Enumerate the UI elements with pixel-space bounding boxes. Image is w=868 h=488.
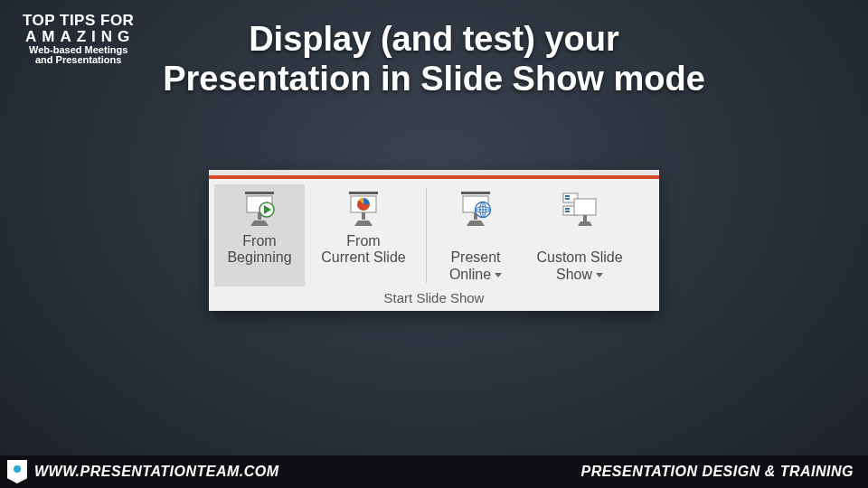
footer-url: WWW.PRESENTATIONTEAM.COM	[34, 464, 279, 480]
ribbon-separator	[426, 188, 427, 283]
svg-rect-19	[565, 208, 570, 210]
footer-bar: WWW.PRESENTATIONTEAM.COM PRESENTATION DE…	[0, 455, 868, 488]
present-online-button[interactable]: Present Online	[430, 184, 521, 286]
svg-rect-0	[245, 192, 274, 194]
custom-slide-show-text: Custom Slide Show	[536, 249, 622, 281]
projector-chart-icon	[342, 190, 385, 230]
custom-slide-show-button[interactable]: Custom Slide Show	[521, 184, 638, 286]
ribbon-panel: From Beginning	[209, 170, 659, 311]
svg-rect-16	[565, 195, 570, 197]
chevron-down-icon	[596, 273, 603, 277]
svg-rect-21	[574, 199, 596, 215]
slide: TOP TIPS FOR AMAZING Web-based Meetings …	[0, 0, 868, 488]
footer-tagline: PRESENTATION DESIGN & TRAINING	[580, 464, 854, 480]
ribbon-group-start-slide-show: From Beginning	[214, 184, 654, 286]
present-online-text: Present Online	[449, 249, 501, 281]
svg-rect-17	[565, 198, 570, 200]
ribbon-body: From Beginning	[209, 179, 659, 311]
from-current-slide-label: From Current Slide	[321, 233, 405, 267]
svg-rect-7	[461, 192, 490, 194]
present-online-label: Present Online	[449, 233, 502, 283]
slide-title: Display (and test) your Presentation in …	[0, 20, 868, 99]
from-current-slide-button[interactable]: From Current Slide	[305, 184, 422, 286]
projector-globe-icon	[454, 190, 497, 230]
footer-left: WWW.PRESENTATIONTEAM.COM	[7, 460, 279, 483]
svg-rect-20	[565, 211, 570, 212]
ribbon-group-label: Start Slide Show	[214, 286, 654, 307]
chevron-down-icon	[495, 273, 502, 277]
svg-rect-22	[583, 215, 587, 221]
svg-rect-4	[349, 192, 378, 194]
projector-play-icon	[238, 190, 281, 230]
from-beginning-label: From Beginning	[227, 233, 291, 267]
footer-logo-icon	[7, 460, 27, 483]
svg-rect-6	[362, 212, 365, 220]
from-beginning-button[interactable]: From Beginning	[214, 184, 305, 286]
custom-slides-icon	[558, 190, 601, 230]
custom-slide-show-label: Custom Slide Show	[536, 233, 622, 283]
